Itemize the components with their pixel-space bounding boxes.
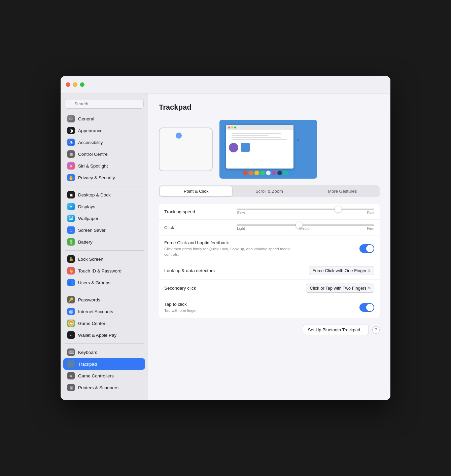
sidebar-group-2: ▣ Desktop & Dock ✦ Displays 🖼 Wallpaper … bbox=[61, 189, 148, 248]
sidebar-item-lockscreen[interactable]: 🔒 Lock Screen bbox=[63, 253, 145, 265]
desktop-icon: ▣ bbox=[67, 191, 75, 198]
gamecontrollers-icon: ◈ bbox=[67, 372, 75, 379]
sidebar-item-label: Appearance bbox=[78, 128, 103, 133]
sidebar-item-trackpad[interactable]: ▱ Trackpad bbox=[63, 358, 145, 370]
sidebar-item-label: Screen Saver bbox=[78, 228, 106, 233]
preview-section: ↖ bbox=[159, 120, 380, 179]
sidebar-item-label: Game Center bbox=[78, 321, 105, 326]
settings-section: Tracking speed Slow Fast Click bbox=[159, 204, 380, 318]
sidebar-item-displays[interactable]: ✦ Displays bbox=[63, 201, 145, 212]
dp-rect bbox=[241, 143, 250, 152]
force-click-label: Force Click and haptic feedback bbox=[164, 240, 299, 245]
dp-cursor: ↖ bbox=[296, 137, 300, 143]
sidebar-item-screensaver[interactable]: □ Screen Saver bbox=[63, 224, 145, 236]
search-input[interactable] bbox=[65, 99, 144, 109]
sidebar-item-touchid[interactable]: 👆 Touch ID & Password bbox=[63, 265, 145, 277]
force-click-toggle[interactable] bbox=[359, 244, 374, 253]
sidebar-group-1: ⚙ General ◑ Appearance ♿ Accessibility ▦… bbox=[61, 113, 148, 183]
sidebar-item-control-centre[interactable]: ▦ Control Centre bbox=[63, 148, 145, 160]
sidebar-item-users[interactable]: 👥 Users & Groups bbox=[63, 277, 145, 288]
tracking-speed-labels: Slow Fast bbox=[237, 211, 374, 215]
tab-scroll-zoom[interactable]: Scroll & Zoom bbox=[233, 186, 305, 196]
touchid-icon: 👆 bbox=[67, 267, 75, 274]
sidebar-item-printers[interactable]: ▦ Printers & Scanners bbox=[63, 382, 145, 393]
secondary-dropdown-arrows-icon: ⇅ bbox=[368, 286, 371, 290]
control-centre-icon: ▦ bbox=[67, 150, 75, 158]
help-button[interactable]: ? bbox=[372, 326, 380, 334]
page-title: Trackpad bbox=[159, 103, 380, 112]
tab-more-gestures[interactable]: More Gestures bbox=[306, 186, 379, 196]
gamecenter-icon: ◉ bbox=[67, 320, 75, 327]
dropdown-arrows-icon: ⇅ bbox=[368, 269, 371, 272]
secondary-click-dropdown[interactable]: Click or Tap with Two Fingers ⇅ bbox=[306, 284, 374, 293]
tracking-speed-slider[interactable] bbox=[237, 209, 374, 210]
trackpad-icon: ▱ bbox=[67, 360, 75, 368]
battery-icon: 🔋 bbox=[67, 238, 75, 246]
tap-to-click-toggle[interactable] bbox=[359, 303, 374, 312]
sidebar-item-label: Wallpaper bbox=[78, 216, 98, 221]
dp-color-yellow bbox=[254, 171, 259, 175]
bluetooth-trackpad-button[interactable]: Set Up Bluetooth Trackpad... bbox=[303, 325, 369, 335]
main-content: 🔍 ⚙ General ◑ Appearance ♿ Accessibility bbox=[61, 94, 390, 400]
look-up-row: Look up & data detectors Force Click wit… bbox=[159, 262, 380, 280]
sidebar-item-passwords[interactable]: 🔑 Passwords bbox=[63, 294, 145, 305]
tap-to-click-top: Tap to click Tap with one finger bbox=[164, 302, 374, 313]
displays-icon: ✦ bbox=[67, 203, 75, 210]
tracking-speed-slider-container: Slow Fast bbox=[237, 209, 374, 215]
search-wrapper: 🔍 bbox=[65, 99, 144, 109]
sidebar-item-label: Siri & Spotlight bbox=[78, 163, 108, 169]
sidebar-item-privacy[interactable]: 🤚 Privacy & Security bbox=[63, 172, 145, 183]
force-click-label-group: Force Click and haptic feedback Click th… bbox=[164, 240, 299, 257]
click-max: Firm bbox=[367, 226, 374, 230]
siri-icon: ◈ bbox=[67, 162, 75, 170]
click-labels: Light Medium Firm bbox=[237, 226, 374, 230]
sidebar-item-label: Passwords bbox=[78, 297, 100, 302]
sidebar-item-gamecontrollers[interactable]: ◈ Game Controllers bbox=[63, 370, 145, 381]
sidebar-item-keyboard[interactable]: ⌨ Keyboard bbox=[63, 346, 145, 358]
lockscreen-icon: 🔒 bbox=[67, 255, 75, 263]
main-window: 🔍 ⚙ General ◑ Appearance ♿ Accessibility bbox=[61, 76, 390, 400]
sidebar-item-label: Battery bbox=[78, 240, 93, 245]
sidebar-group-3: 🔒 Lock Screen 👆 Touch ID & Password 👥 Us… bbox=[61, 253, 148, 288]
click-slider[interactable] bbox=[237, 224, 374, 226]
sidebar-separator-3 bbox=[65, 291, 144, 291]
sidebar-item-gamecenter[interactable]: ◉ Game Center bbox=[63, 318, 145, 329]
sidebar-item-siri[interactable]: ◈ Siri & Spotlight bbox=[63, 160, 145, 172]
dp-color-teal bbox=[283, 171, 288, 175]
secondary-click-label: Secondary click bbox=[164, 286, 232, 291]
click-mid: Medium bbox=[299, 226, 312, 230]
wallet-icon: ▪ bbox=[67, 331, 75, 339]
tab-point-click[interactable]: Point & Click bbox=[160, 186, 232, 196]
search-container: 🔍 bbox=[61, 98, 148, 113]
sidebar-item-accessibility[interactable]: ♿ Accessibility bbox=[63, 137, 145, 148]
sidebar-item-internet[interactable]: @ Internet Accounts bbox=[63, 306, 145, 317]
sidebar-item-label: General bbox=[78, 116, 94, 121]
content-area: Trackpad bbox=[148, 94, 390, 400]
sidebar-item-appearance[interactable]: ◑ Appearance bbox=[63, 125, 145, 136]
sidebar-item-label: Displays bbox=[78, 204, 95, 209]
dp-shapes bbox=[229, 143, 291, 152]
minimize-button[interactable] bbox=[73, 82, 77, 87]
tabs-container: Point & Click Scroll & Zoom More Gesture… bbox=[159, 185, 380, 197]
desktop-window-top bbox=[226, 125, 293, 130]
sidebar-item-wallet[interactable]: ▪ Wallet & Apple Pay bbox=[63, 329, 145, 341]
look-up-dropdown[interactable]: Force Click with One Finger ⇅ bbox=[309, 266, 374, 275]
sidebar-item-battery[interactable]: 🔋 Battery bbox=[63, 236, 145, 248]
tap-to-click-sublabel: Tap with one finger bbox=[164, 308, 232, 313]
privacy-icon: 🤚 bbox=[67, 174, 75, 181]
sidebar-item-wallpaper[interactable]: 🖼 Wallpaper bbox=[63, 213, 145, 224]
sidebar-separator-4 bbox=[65, 343, 144, 344]
sidebar-item-label: Wallet & Apple Pay bbox=[78, 333, 116, 338]
dp-colorbar bbox=[243, 171, 293, 175]
sidebar-item-label: Printers & Scanners bbox=[78, 385, 118, 390]
sidebar-item-label: Touch ID & Password bbox=[78, 268, 122, 273]
sidebar-item-desktop[interactable]: ▣ Desktop & Dock bbox=[63, 189, 145, 200]
close-button[interactable] bbox=[66, 82, 70, 87]
tracking-speed-row: Tracking speed Slow Fast bbox=[159, 204, 380, 220]
desktop-preview: ↖ bbox=[219, 120, 317, 179]
titlebar bbox=[61, 76, 390, 94]
dp-line4 bbox=[232, 139, 287, 140]
maximize-button[interactable] bbox=[80, 82, 84, 87]
sidebar-item-general[interactable]: ⚙ General bbox=[63, 113, 145, 124]
trackpad-preview bbox=[159, 127, 213, 171]
